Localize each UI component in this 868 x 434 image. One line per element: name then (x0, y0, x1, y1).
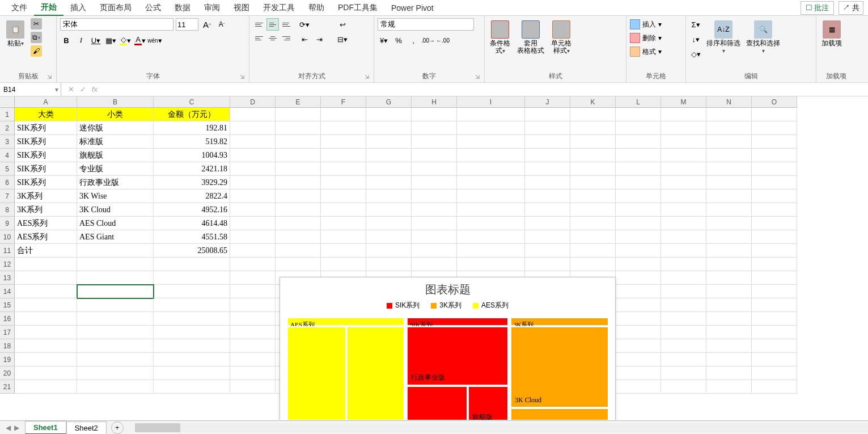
cell-M8[interactable] (661, 203, 706, 217)
cell-L16[interactable] (616, 312, 661, 326)
cell-G9[interactable] (366, 217, 412, 230)
row-headers[interactable]: 123456789101112131415161718192021 (0, 108, 15, 394)
cell-C4[interactable]: 1004.93 (154, 149, 230, 162)
cell-O17[interactable] (752, 326, 797, 339)
cell-N12[interactable] (706, 258, 752, 271)
cell-G2[interactable] (366, 121, 412, 135)
cell-B8[interactable]: 3K Cloud (77, 203, 154, 217)
cell-C2[interactable]: 192.81 (154, 121, 230, 135)
cell-O19[interactable] (752, 353, 797, 366)
align-center-button[interactable] (266, 32, 279, 44)
cell-B5[interactable]: 专业版 (77, 162, 154, 176)
cell-I8[interactable] (457, 203, 525, 217)
cell-N16[interactable] (706, 312, 752, 326)
percent-button[interactable]: % (392, 34, 405, 47)
cell-E12[interactable] (276, 258, 321, 271)
number-launcher[interactable]: ⇲ (475, 74, 480, 80)
cell-B12[interactable] (77, 258, 154, 271)
cell-M14[interactable] (661, 285, 706, 298)
cell-N3[interactable] (706, 135, 752, 149)
cell-A3[interactable]: SIK系列 (15, 135, 77, 149)
cell-O12[interactable] (752, 258, 797, 271)
cell-G4[interactable] (366, 149, 412, 162)
cell-C19[interactable] (154, 353, 230, 366)
cell-L1[interactable] (616, 108, 661, 121)
cell-A13[interactable] (15, 271, 77, 285)
worksheet-grid[interactable]: ABCDEFGHIJKLMNO 123456789101112131415161… (0, 96, 868, 420)
cell-D17[interactable] (230, 326, 276, 339)
cell-L2[interactable] (616, 121, 661, 135)
cell-L15[interactable] (616, 298, 661, 312)
cell-O1[interactable] (752, 108, 797, 121)
cell-C5[interactable]: 2421.18 (154, 162, 230, 176)
cell-N2[interactable] (706, 121, 752, 135)
cell-M15[interactable] (661, 298, 706, 312)
cell-F10[interactable] (321, 230, 366, 244)
cell-B10[interactable]: AES Giant (77, 230, 154, 244)
cell-D4[interactable] (230, 149, 276, 162)
tab-insert[interactable]: 插入 (63, 1, 93, 15)
col-header-K[interactable]: K (570, 96, 616, 108)
cell-N10[interactable] (706, 230, 752, 244)
cell-B13[interactable] (77, 271, 154, 285)
row-header-9[interactable]: 9 (0, 217, 15, 230)
cell-L20[interactable] (616, 366, 661, 380)
cell-B20[interactable] (77, 366, 154, 380)
cell-A16[interactable] (15, 312, 77, 326)
cell-A6[interactable]: SIK系列 (15, 176, 77, 189)
enter-formula-button[interactable]: ✓ (80, 85, 86, 94)
col-header-C[interactable]: C (154, 96, 230, 108)
align-top-button[interactable] (253, 18, 265, 31)
font-color-button[interactable]: A▾ (134, 34, 146, 47)
sheet-nav-next[interactable]: ▶ (14, 424, 19, 432)
cell-L11[interactable] (616, 244, 661, 258)
cell-O6[interactable] (752, 176, 797, 189)
cell-F1[interactable] (321, 108, 366, 121)
row-header-11[interactable]: 11 (0, 244, 15, 258)
insert-cells-button[interactable]: 插入 ▾ (630, 18, 662, 31)
cell-A2[interactable]: SIK系列 (15, 121, 77, 135)
merge-center-button[interactable]: ⊟▾ (335, 33, 350, 45)
grow-font-button[interactable]: A^ (201, 18, 213, 31)
cell-J6[interactable] (525, 176, 570, 189)
cell-J2[interactable] (525, 121, 570, 135)
col-header-A[interactable]: A (15, 96, 77, 108)
column-headers[interactable]: ABCDEFGHIJKLMNO (15, 96, 868, 108)
increase-decimal-button[interactable]: .00→ (422, 34, 434, 47)
cell-E8[interactable] (276, 203, 321, 217)
horizontal-scrollbar[interactable] (135, 423, 868, 432)
cell-J8[interactable] (525, 203, 570, 217)
cell-C21[interactable] (154, 380, 230, 394)
cell-A19[interactable] (15, 353, 77, 366)
row-header-12[interactable]: 12 (0, 258, 15, 271)
name-box[interactable]: ▾ (0, 83, 61, 96)
add-sheet-button[interactable]: + (111, 422, 124, 434)
cell-C11[interactable]: 25008.65 (154, 244, 230, 258)
orientation-button[interactable]: ⟳▾ (298, 18, 311, 31)
row-header-15[interactable]: 15 (0, 298, 15, 312)
cell-L4[interactable] (616, 149, 661, 162)
row-header-13[interactable]: 13 (0, 271, 15, 285)
cell-E9[interactable] (276, 217, 321, 230)
cell-D2[interactable] (230, 121, 276, 135)
cell-A8[interactable]: 3K系列 (15, 203, 77, 217)
tab-view[interactable]: 视图 (227, 1, 256, 15)
comments-button[interactable]: ☐ 批注 (801, 1, 835, 15)
cell-K11[interactable] (570, 244, 616, 258)
formula-input[interactable] (104, 83, 868, 96)
cell-C16[interactable] (154, 312, 230, 326)
border-button[interactable]: ▦▾ (104, 34, 117, 47)
cell-D12[interactable] (230, 258, 276, 271)
cell-I2[interactable] (457, 121, 525, 135)
cell-I9[interactable] (457, 217, 525, 230)
cell-A12[interactable] (15, 258, 77, 271)
cell-C3[interactable]: 519.82 (154, 135, 230, 149)
cell-G12[interactable] (366, 258, 412, 271)
cell-G1[interactable] (366, 108, 412, 121)
cell-I3[interactable] (457, 135, 525, 149)
cell-M1[interactable] (661, 108, 706, 121)
cell-L19[interactable] (616, 353, 661, 366)
cell-C15[interactable] (154, 298, 230, 312)
delete-cells-button[interactable]: 删除 ▾ (630, 32, 662, 44)
cell-G5[interactable] (366, 162, 412, 176)
